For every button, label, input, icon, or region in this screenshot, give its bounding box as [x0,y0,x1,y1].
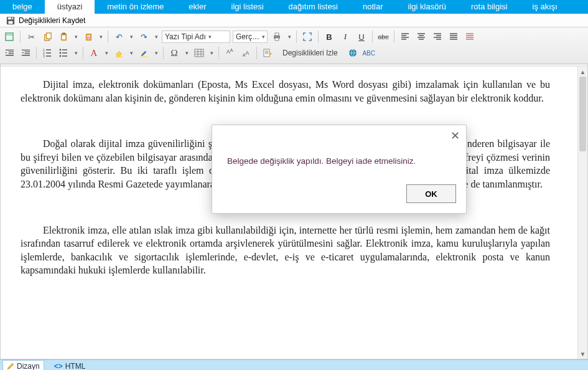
toolbar-row-2: 123 ▾ A ▾ ▾ ▾ Ω ▾ ▾ AA AA Degisiklikleri… [2,45,586,61]
copy-icon[interactable] [40,30,54,44]
align-left-icon[interactable] [398,30,412,44]
code-icon: <> [54,362,63,371]
table-dropdown[interactable]: ▾ [208,46,215,60]
editor-toolbar: ✂ ▾ W ▾ ↶ ▾ ↷ ▾ Yazı Tipi Adı ▾ Gerç… ▾ … [0,27,588,64]
indent-icon[interactable] [2,46,16,60]
strike-button[interactable]: abc [376,30,390,44]
mode-html-tab[interactable]: <> HTML [50,362,90,371]
scroll-up-icon[interactable]: ▲ [578,67,588,77]
vertical-scrollbar[interactable]: ▲ ▼ [577,67,587,359]
paragraph-3: Elektronik imza, elle atılan ıslak imza … [21,224,550,277]
outdent-icon[interactable] [19,46,32,60]
svg-rect-2 [9,21,13,23]
insert-table-icon[interactable] [192,46,206,60]
highlight-icon[interactable] [137,46,151,60]
subscript-icon[interactable]: AA [239,46,253,60]
redo-icon[interactable]: ↷ [137,30,151,44]
tab-rota-bilgisi[interactable]: rota bilgisi [459,0,520,14]
fullscreen-icon[interactable] [301,30,314,44]
dialog-footer: OK [212,178,466,213]
paste-dropdown[interactable]: ▾ [73,30,79,44]
alert-message: Belgede değişiklik yapıldı. Belgeyi iade… [212,125,466,178]
svg-rect-26 [264,49,269,57]
ok-button[interactable]: OK [406,184,456,203]
hyperlink-icon[interactable] [346,46,360,60]
unordered-list-icon[interactable] [57,46,70,60]
symbol-button[interactable]: Ω [167,46,181,60]
paste-special-icon[interactable]: W [82,30,95,44]
tab-belge[interactable]: belge [0,0,45,14]
svg-rect-23 [115,56,122,57]
mode-html-label: HTML [65,362,86,371]
font-size-value: Gerç… [236,32,259,41]
svg-rect-9 [62,32,65,34]
tab-metin-on-izleme[interactable]: metin ön izleme [95,0,176,14]
align-right-icon[interactable] [431,30,444,44]
svg-rect-15 [275,33,279,36]
align-center-icon[interactable] [414,30,428,44]
svg-rect-1 [8,17,14,19]
paragraph-1: Dijital imza, elektronik dokümanları (Ep… [21,78,550,105]
print-icon[interactable] [270,30,284,44]
save-bar: Değişiklikleri Kaydet [0,14,588,27]
main-tabs: belge üstyazi metin ön izleme ekler ilgi… [0,0,588,14]
track-changes-options-icon[interactable] [261,46,274,60]
align-none-icon[interactable] [463,30,477,44]
paste-special-dropdown[interactable]: ▾ [98,30,104,44]
svg-point-21 [60,52,62,54]
svg-rect-7 [46,32,51,38]
undo-icon[interactable]: ↶ [112,30,126,44]
save-changes-label: Değişiklikleri Kaydet [19,16,85,25]
svg-rect-10 [62,35,65,39]
font-size-select[interactable]: Gerç… ▾ [233,31,268,43]
print-layout-icon[interactable] [2,30,16,44]
track-changes-label: Degisiklikleri Izle [282,49,338,57]
scroll-thumb[interactable] [579,77,586,151]
tab-ilgi-listesi[interactable]: ilgi listesi [219,0,276,14]
tab-is-akisi[interactable]: iş akışı [520,0,570,14]
pencil-icon [7,363,14,370]
ordered-list-icon[interactable]: 123 [40,46,54,60]
svg-rect-25 [195,49,203,57]
list-dropdown[interactable]: ▾ [73,46,79,60]
close-icon[interactable]: ✕ [450,130,460,141]
tab-ekler[interactable]: ekler [176,0,218,14]
symbol-dropdown[interactable]: ▾ [184,46,190,60]
scroll-down-icon[interactable]: ▼ [578,349,588,359]
track-changes-button[interactable]: Degisiklikleri Izle [277,46,343,60]
fill-color-dropdown[interactable]: ▾ [128,46,134,60]
svg-point-20 [60,49,62,51]
undo-dropdown[interactable]: ▾ [128,30,134,44]
highlight-dropdown[interactable]: ▾ [153,46,159,60]
fill-color-icon[interactable] [112,46,126,60]
toolbar-row-1: ✂ ▾ W ▾ ↶ ▾ ↷ ▾ Yazı Tipi Adı ▾ Gerç… ▾ … [2,29,586,45]
font-color-dropdown[interactable]: ▾ [103,46,110,60]
tab-ustyazi[interactable]: üstyazi [45,0,95,14]
underline-button[interactable]: U [355,30,368,44]
font-color-button[interactable]: A [87,46,101,60]
save-icon [6,16,15,25]
mode-design-tab[interactable]: Dizayn [2,360,44,370]
superscript-icon[interactable]: AA [223,46,236,60]
font-family-select[interactable]: Yazı Tipi Adı ▾ [162,31,230,43]
redo-dropdown[interactable]: ▾ [153,30,159,44]
svg-text:3: 3 [43,54,45,57]
print-dropdown[interactable]: ▾ [286,30,292,44]
svg-rect-16 [275,38,279,40]
svg-point-22 [60,55,62,57]
paste-icon[interactable] [57,30,70,44]
bold-button[interactable]: B [322,30,336,44]
font-family-value: Yazı Tipi Adı [165,32,206,41]
scroll-track[interactable] [578,77,587,349]
mode-design-label: Dizayn [17,362,40,370]
italic-button[interactable]: I [338,30,352,44]
align-justify-icon[interactable] [447,30,460,44]
tab-notlar[interactable]: notlar [350,0,396,14]
cut-icon[interactable]: ✂ [24,30,38,44]
tab-dagitim-listesi[interactable]: dağıtım listesi [276,0,350,14]
alert-dialog: ✕ Belgede değişiklik yapıldı. Belgeyi ia… [212,125,467,214]
tab-ilgi-klasoru[interactable]: ilgi klasörü [396,0,459,14]
save-changes-button[interactable]: Değişiklikleri Kaydet [2,15,89,26]
spellcheck-icon[interactable]: ABC [362,46,376,60]
svg-rect-24 [140,56,147,57]
